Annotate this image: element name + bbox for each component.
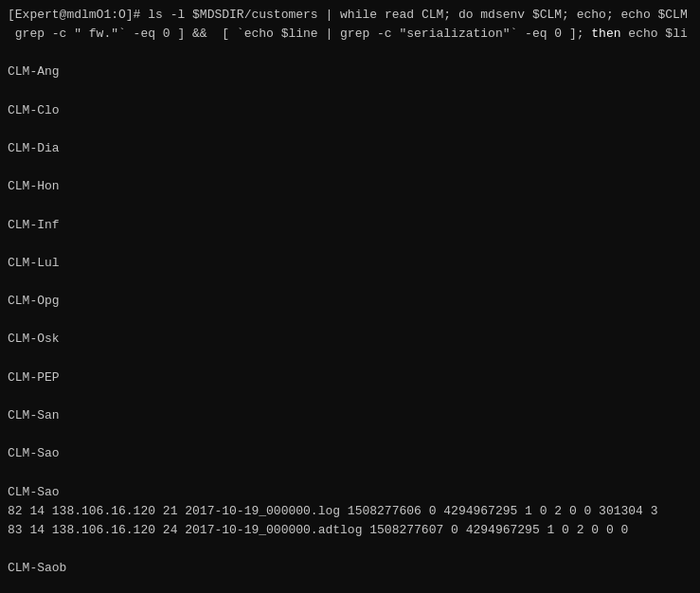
list-item: CLM-Osk [8,330,692,349]
then-keyword: then [591,27,620,41]
list-item: CLM-Ang [8,63,692,81]
list-item: CLM-Lul [8,254,692,273]
list-item: CLM-Clo [8,101,692,120]
blank-line [8,463,692,482]
blank-line [8,425,692,444]
blank-line [8,387,692,406]
data-line-83: 83 14 138.106.16.120 24 2017-10-19_00000… [8,521,692,540]
command-line-2: grep -c " fw."` -eq 0 ] && [ `echo $line… [8,25,692,44]
blank-line [8,82,692,101]
list-item: CLM-PEP [8,368,692,387]
prompt: [Expert@mdlmO1:O]# [8,8,148,22]
blank-line [8,196,692,215]
list-item: CLM-San [8,406,692,425]
blank-line [8,44,692,63]
command-line-1: [Expert@mdlmO1:O]# ls -l $MDSDIR/custome… [8,6,692,25]
blank-line [8,311,692,330]
blank-line [8,120,692,139]
data-line-82: 82 14 138.106.16.120 21 2017-10-19_00000… [8,502,692,521]
list-item: CLM-Inf [8,216,692,235]
blank-line [8,578,692,593]
terminal-window[interactable]: [Expert@mdlmO1:O]# ls -l $MDSDIR/custome… [0,0,700,593]
blank-line [8,350,692,368]
blank-line [8,540,692,559]
list-item: CLM-Opg [8,292,692,311]
blank-line [8,235,692,254]
list-item: CLM-Sao [8,444,692,463]
list-item: CLM-Sao [8,483,692,502]
list-item: CLM-Hon [8,177,692,196]
blank-line [8,158,692,177]
list-item: CLM-Dia [8,139,692,158]
list-item: CLM-Saob [8,559,692,578]
blank-line [8,273,692,292]
